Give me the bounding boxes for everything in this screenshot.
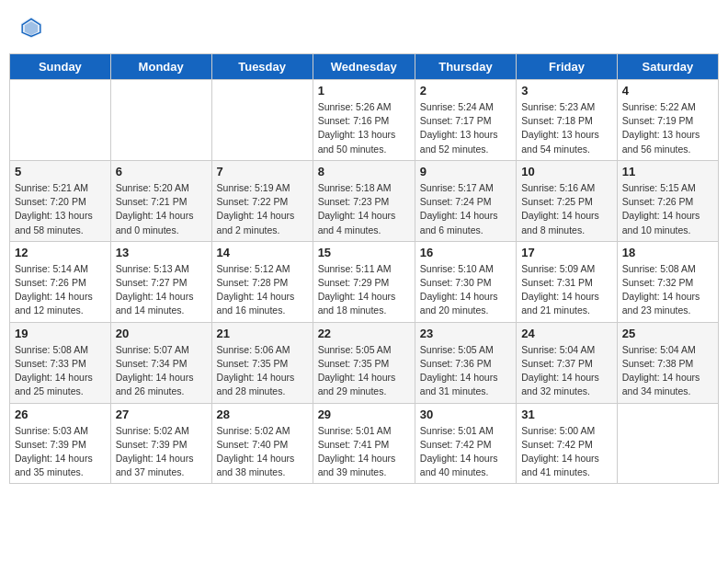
day-number: 14: [217, 246, 308, 259]
calendar-table: SundayMondayTuesdayWednesdayThursdayFrid…: [9, 53, 719, 484]
day-info: Sunrise: 5:03 AM Sunset: 7:39 PM Dayligh…: [15, 424, 106, 480]
day-info: Sunrise: 5:16 AM Sunset: 7:25 PM Dayligh…: [521, 181, 612, 237]
day-info: Sunrise: 5:08 AM Sunset: 7:32 PM Dayligh…: [622, 262, 713, 318]
day-info: Sunrise: 5:07 AM Sunset: 7:34 PM Dayligh…: [116, 343, 207, 399]
calendar-cell: 25Sunrise: 5:04 AM Sunset: 7:38 PM Dayli…: [617, 322, 718, 403]
calendar-week-row: 26Sunrise: 5:03 AM Sunset: 7:39 PM Dayli…: [10, 403, 719, 484]
calendar-cell: 11Sunrise: 5:15 AM Sunset: 7:26 PM Dayli…: [617, 160, 718, 241]
calendar-cell: 3Sunrise: 5:23 AM Sunset: 7:18 PM Daylig…: [517, 80, 618, 161]
day-info: Sunrise: 5:18 AM Sunset: 7:23 PM Dayligh…: [318, 181, 410, 237]
day-number: 6: [116, 165, 207, 178]
weekday-header-friday: Friday: [517, 54, 618, 80]
calendar-cell: 6Sunrise: 5:20 AM Sunset: 7:21 PM Daylig…: [110, 160, 211, 241]
calendar-cell: [110, 80, 211, 161]
day-number: 21: [217, 327, 308, 340]
weekday-header-saturday: Saturday: [617, 54, 718, 80]
calendar-cell: 20Sunrise: 5:07 AM Sunset: 7:34 PM Dayli…: [110, 322, 211, 403]
day-number: 1: [318, 84, 410, 98]
day-info: Sunrise: 5:19 AM Sunset: 7:22 PM Dayligh…: [217, 181, 308, 237]
day-info: Sunrise: 5:01 AM Sunset: 7:41 PM Dayligh…: [318, 424, 410, 480]
calendar-cell: 19Sunrise: 5:08 AM Sunset: 7:33 PM Dayli…: [10, 322, 111, 403]
calendar-cell: [211, 80, 313, 161]
day-info: Sunrise: 5:02 AM Sunset: 7:39 PM Dayligh…: [116, 424, 207, 480]
calendar-cell: 21Sunrise: 5:06 AM Sunset: 7:35 PM Dayli…: [211, 322, 313, 403]
day-info: Sunrise: 5:20 AM Sunset: 7:21 PM Dayligh…: [116, 181, 207, 237]
day-number: 29: [318, 408, 410, 421]
day-info: Sunrise: 5:13 AM Sunset: 7:27 PM Dayligh…: [116, 262, 207, 318]
day-info: Sunrise: 5:12 AM Sunset: 7:28 PM Dayligh…: [217, 262, 308, 318]
calendar-week-row: 5Sunrise: 5:21 AM Sunset: 7:20 PM Daylig…: [10, 160, 719, 241]
calendar-cell: 27Sunrise: 5:02 AM Sunset: 7:39 PM Dayli…: [110, 403, 211, 484]
day-number: 9: [420, 165, 511, 178]
day-number: 18: [622, 246, 713, 259]
day-number: 27: [116, 408, 207, 421]
weekday-header-thursday: Thursday: [415, 54, 516, 80]
logo-icon: [18, 14, 44, 40]
day-number: 26: [15, 408, 106, 421]
day-number: 13: [116, 246, 207, 259]
day-info: Sunrise: 5:26 AM Sunset: 7:16 PM Dayligh…: [318, 100, 410, 156]
day-info: Sunrise: 5:08 AM Sunset: 7:33 PM Dayligh…: [15, 343, 106, 399]
logo: [18, 14, 48, 40]
calendar-cell: 8Sunrise: 5:18 AM Sunset: 7:23 PM Daylig…: [313, 160, 415, 241]
calendar-cell: 28Sunrise: 5:02 AM Sunset: 7:40 PM Dayli…: [211, 403, 313, 484]
day-number: 7: [217, 165, 308, 178]
calendar-cell: 1Sunrise: 5:26 AM Sunset: 7:16 PM Daylig…: [313, 80, 415, 161]
day-number: 12: [15, 246, 106, 259]
day-info: Sunrise: 5:21 AM Sunset: 7:20 PM Dayligh…: [15, 181, 106, 237]
day-info: Sunrise: 5:09 AM Sunset: 7:31 PM Dayligh…: [521, 262, 612, 318]
calendar-week-row: 12Sunrise: 5:14 AM Sunset: 7:26 PM Dayli…: [10, 241, 719, 322]
day-info: Sunrise: 5:23 AM Sunset: 7:18 PM Dayligh…: [521, 100, 612, 156]
day-info: Sunrise: 5:15 AM Sunset: 7:26 PM Dayligh…: [622, 181, 713, 237]
weekday-header-monday: Monday: [110, 54, 211, 80]
calendar-cell: 14Sunrise: 5:12 AM Sunset: 7:28 PM Dayli…: [211, 241, 313, 322]
day-info: Sunrise: 5:04 AM Sunset: 7:38 PM Dayligh…: [622, 343, 713, 399]
day-info: Sunrise: 5:14 AM Sunset: 7:26 PM Dayligh…: [15, 262, 106, 318]
day-number: 19: [15, 327, 106, 340]
day-number: 8: [318, 165, 410, 178]
day-number: 23: [420, 327, 511, 340]
day-info: Sunrise: 5:06 AM Sunset: 7:35 PM Dayligh…: [217, 343, 308, 399]
weekday-header-wednesday: Wednesday: [313, 54, 415, 80]
calendar-cell: 31Sunrise: 5:00 AM Sunset: 7:42 PM Dayli…: [517, 403, 618, 484]
page-header: [9, 9, 719, 44]
calendar-cell: 23Sunrise: 5:05 AM Sunset: 7:36 PM Dayli…: [415, 322, 516, 403]
day-number: 5: [15, 165, 106, 178]
calendar-cell: 17Sunrise: 5:09 AM Sunset: 7:31 PM Dayli…: [517, 241, 618, 322]
calendar-cell: 22Sunrise: 5:05 AM Sunset: 7:35 PM Dayli…: [313, 322, 415, 403]
day-info: Sunrise: 5:17 AM Sunset: 7:24 PM Dayligh…: [420, 181, 511, 237]
calendar-cell: 24Sunrise: 5:04 AM Sunset: 7:37 PM Dayli…: [517, 322, 618, 403]
day-number: 28: [217, 408, 308, 421]
calendar-cell: 29Sunrise: 5:01 AM Sunset: 7:41 PM Dayli…: [313, 403, 415, 484]
day-number: 10: [521, 165, 612, 178]
day-info: Sunrise: 5:10 AM Sunset: 7:30 PM Dayligh…: [420, 262, 511, 318]
day-number: 30: [420, 408, 511, 421]
weekday-header-tuesday: Tuesday: [211, 54, 313, 80]
day-number: 24: [521, 327, 612, 340]
calendar-cell: [10, 80, 111, 161]
day-number: 3: [521, 84, 612, 98]
day-number: 22: [318, 327, 410, 340]
calendar-cell: 9Sunrise: 5:17 AM Sunset: 7:24 PM Daylig…: [415, 160, 516, 241]
day-info: Sunrise: 5:05 AM Sunset: 7:36 PM Dayligh…: [420, 343, 511, 399]
calendar-cell: 4Sunrise: 5:22 AM Sunset: 7:19 PM Daylig…: [617, 80, 718, 161]
weekday-header-sunday: Sunday: [10, 54, 111, 80]
day-number: 16: [420, 246, 511, 259]
calendar-cell: 15Sunrise: 5:11 AM Sunset: 7:29 PM Dayli…: [313, 241, 415, 322]
day-number: 31: [521, 408, 612, 421]
day-number: 4: [622, 84, 713, 98]
calendar-week-row: 1Sunrise: 5:26 AM Sunset: 7:16 PM Daylig…: [10, 80, 719, 161]
calendar-cell: 10Sunrise: 5:16 AM Sunset: 7:25 PM Dayli…: [517, 160, 618, 241]
day-info: Sunrise: 5:02 AM Sunset: 7:40 PM Dayligh…: [217, 424, 308, 480]
day-number: 17: [521, 246, 612, 259]
weekday-header-row: SundayMondayTuesdayWednesdayThursdayFrid…: [10, 54, 719, 80]
calendar-cell: 5Sunrise: 5:21 AM Sunset: 7:20 PM Daylig…: [10, 160, 111, 241]
day-info: Sunrise: 5:22 AM Sunset: 7:19 PM Dayligh…: [622, 100, 713, 156]
day-number: 11: [622, 165, 713, 178]
calendar-cell: 13Sunrise: 5:13 AM Sunset: 7:27 PM Dayli…: [110, 241, 211, 322]
day-info: Sunrise: 5:04 AM Sunset: 7:37 PM Dayligh…: [521, 343, 612, 399]
calendar-cell: 18Sunrise: 5:08 AM Sunset: 7:32 PM Dayli…: [617, 241, 718, 322]
day-number: 2: [420, 84, 511, 98]
calendar-cell: 26Sunrise: 5:03 AM Sunset: 7:39 PM Dayli…: [10, 403, 111, 484]
day-info: Sunrise: 5:05 AM Sunset: 7:35 PM Dayligh…: [318, 343, 410, 399]
